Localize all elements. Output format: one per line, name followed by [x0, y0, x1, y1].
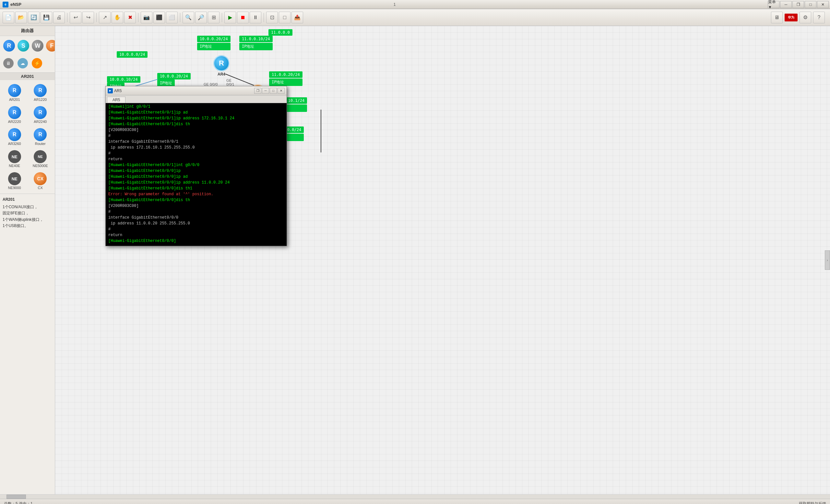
- sidebar-device-ar201[interactable]: R AR201: [3, 83, 27, 103]
- sidebar-cat-security[interactable]: F: [45, 39, 55, 53]
- sidebar-device-ar2220[interactable]: R AR2220: [3, 105, 27, 125]
- status-count: 总数：5 选中：1: [4, 501, 33, 504]
- cx-icon: CX: [34, 172, 47, 185]
- monitor-button[interactable]: 🖥: [771, 12, 783, 23]
- terminal-app-icon: ▶: [108, 88, 113, 93]
- desc-title: AR201: [3, 196, 52, 203]
- sidebar-device-ar1220[interactable]: R AR1220: [29, 83, 53, 103]
- export-button[interactable]: 📤: [291, 12, 303, 23]
- sidebar-cat-pc[interactable]: 🖥: [3, 57, 14, 70]
- terminal-minimize-btn[interactable]: ─: [262, 88, 269, 94]
- open-button[interactable]: 📂: [15, 12, 27, 23]
- sidebar-device-ar2240[interactable]: R AR2240: [29, 105, 53, 125]
- sidebar-cat-cloud[interactable]: ☁: [17, 57, 29, 70]
- sidebar-device-ne40e[interactable]: NE NE40E: [3, 149, 27, 169]
- main-container: 路由器 R S W F 🖥 ☁ ⚡: [0, 26, 830, 494]
- connector-icon: ⚡: [32, 58, 42, 68]
- rect-button[interactable]: ⬜: [166, 12, 178, 23]
- label-ar4-10-20: 10.0.0.20/24: [197, 36, 230, 42]
- sidebar-cat-router[interactable]: R: [3, 39, 15, 53]
- maximize-button[interactable]: □: [805, 1, 817, 8]
- toolbar-sep4: [180, 13, 180, 22]
- label-10-0-0-0-24: 10.0.0.0/24: [117, 51, 148, 58]
- terminal-title-text: AR5: [114, 89, 122, 93]
- sidebar-category-grid: R S W F: [0, 36, 55, 56]
- terminal-tab-ar5[interactable]: AR5: [107, 97, 125, 103]
- ne9000-label: NE9000: [8, 186, 21, 190]
- reload-button[interactable]: 🔄: [28, 12, 39, 23]
- terminal-title-bar: ▶ AR5 ❐ ─ □ ✕: [106, 86, 287, 95]
- terminal-restore-btn[interactable]: ❐: [254, 88, 261, 94]
- terminal-button[interactable]: ⬛: [153, 12, 165, 23]
- ne40e-label: NE40E: [9, 164, 20, 168]
- terminal-close-btn[interactable]: ✕: [278, 88, 285, 94]
- label-11-0-0: 11.0.0.0: [268, 29, 292, 36]
- save-button[interactable]: 💾: [40, 12, 52, 23]
- ar2220-icon: R: [8, 106, 21, 119]
- ar201-label: AR201: [9, 98, 20, 101]
- terminal-title-left: ▶ AR5: [108, 88, 122, 93]
- hand-button[interactable]: ✋: [111, 12, 123, 23]
- stop-button[interactable]: ⏹: [237, 12, 249, 23]
- restore-button[interactable]: ❐: [792, 1, 804, 8]
- security-category-icon: F: [46, 40, 55, 52]
- terminal-maximize-btn[interactable]: □: [270, 88, 277, 94]
- ar4-node[interactable]: 10.0.0.20/24 IP地址 11.0.0.10/24 IP地址 11.0…: [213, 55, 229, 76]
- sidebar-devices-grid: R AR201 R AR1220 R AR2220 R AR2240 R A: [0, 80, 55, 194]
- ar201-icon: R: [8, 84, 21, 97]
- sidebar: 路由器 R S W F 🖥 ☁ ⚡: [0, 26, 55, 494]
- title-bar: e eNSP 1 菜单▼ ─ ❐ □ ✕: [0, 0, 830, 9]
- help-button[interactable]: ?: [813, 12, 825, 23]
- sidebar-device-router[interactable]: R Router: [29, 127, 53, 147]
- sidebar-cat-wireless[interactable]: W: [31, 39, 44, 53]
- fit-button[interactable]: ⊞: [208, 12, 220, 23]
- redo-button[interactable]: ↪: [82, 12, 94, 23]
- close-button[interactable]: ✕: [817, 1, 829, 8]
- sidebar-cat-connector[interactable]: ⚡: [31, 57, 43, 70]
- undo-button[interactable]: ↩: [70, 12, 82, 23]
- pc-icon: 🖥: [3, 58, 13, 68]
- ne9000-icon: NE: [8, 172, 21, 185]
- label-ar5-ipaddr: IP地址: [269, 78, 302, 86]
- ne40e-icon: NE: [8, 150, 21, 163]
- new-button[interactable]: 📄: [3, 12, 14, 23]
- zoom-out-button[interactable]: 🔎: [195, 12, 207, 23]
- switch-category-icon: S: [18, 40, 29, 52]
- terminal-content[interactable]: <Huawei>undo t mInfo: Current terminal m…: [106, 103, 287, 246]
- delete-button[interactable]: ✖: [124, 12, 136, 23]
- ar4-label-group: 10.0.0.20/24 IP地址: [197, 36, 230, 50]
- select-button[interactable]: ↗: [99, 12, 110, 23]
- capture-button[interactable]: 📷: [141, 12, 152, 23]
- ne5000e-icon: NE: [34, 150, 47, 163]
- sidebar-section-router: 路由器: [0, 26, 55, 36]
- pause-button[interactable]: ⏸: [250, 12, 261, 23]
- ar3260-icon: R: [8, 128, 21, 141]
- zoom-in-button[interactable]: 🔍: [183, 12, 194, 23]
- minimize-button[interactable]: ─: [780, 1, 792, 8]
- canvas-area[interactable]: 10.0.0.0/24 10.0.0.20/24 IP地址 10.0.0.10/…: [55, 26, 830, 494]
- sidebar-device-cx[interactable]: CX CX: [29, 171, 53, 191]
- label-ar4-11-10: 11.0.0.10/24: [239, 36, 273, 42]
- wireless-category-icon: W: [32, 40, 43, 52]
- sidebar-device-ne9000[interactable]: NE NE9000: [3, 171, 27, 191]
- grid-button[interactable]: ⊡: [266, 12, 278, 23]
- start-button[interactable]: ▶: [224, 12, 236, 23]
- router-category-icon: R: [3, 40, 15, 52]
- print-button[interactable]: 🖨: [53, 12, 65, 23]
- scrollbar-thumb[interactable]: [6, 495, 26, 499]
- sidebar-device-ne5000e[interactable]: NE NE5000E: [29, 149, 53, 169]
- ar2240-label: AR2240: [34, 120, 47, 124]
- right-panel-toggle[interactable]: ›: [825, 250, 830, 270]
- window-button[interactable]: □: [279, 12, 290, 23]
- toolbar: 📄 📂 🔄 💾 🖨 ↩ ↪ ↗ ✋ ✖ 📷 ⬛ ⬜ 🔍 🔎 ⊞ ▶ ⏹ ⏸ ⊡ …: [0, 9, 830, 26]
- terminal-tab-bar: AR5: [106, 95, 287, 103]
- title-bar-controls: 菜单▼ ─ ❐ □ ✕: [768, 1, 830, 8]
- ar1220-label: AR1220: [34, 98, 47, 101]
- horizontal-scrollbar[interactable]: [0, 494, 830, 499]
- settings-button[interactable]: ⚙: [800, 12, 811, 23]
- label-ar5-11-20: 11.0.0.20/24: [269, 71, 302, 78]
- menu-button[interactable]: 菜单▼: [768, 1, 779, 8]
- ar1220-icon: R: [34, 84, 47, 97]
- sidebar-device-ar3260[interactable]: R AR3260: [3, 127, 27, 147]
- sidebar-cat-switch[interactable]: S: [17, 39, 30, 53]
